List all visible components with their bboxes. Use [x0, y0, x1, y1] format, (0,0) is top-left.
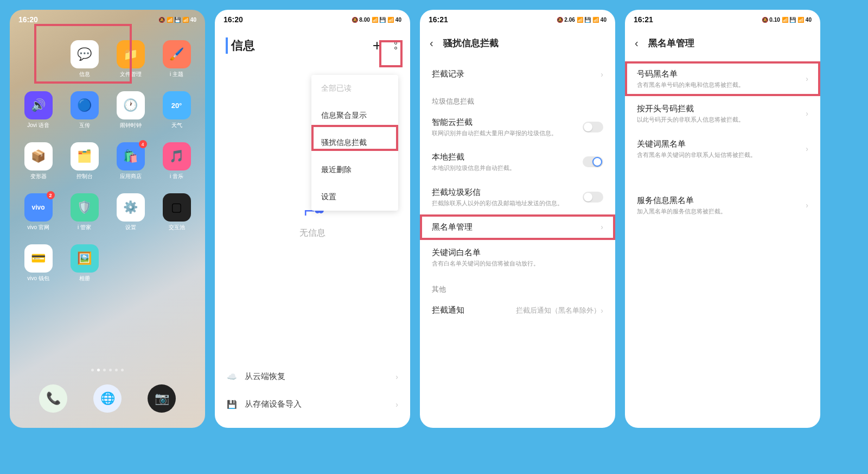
setting-拦截垃圾彩信[interactable]: 拦截垃圾彩信拦截除联系人以外的彩信及邮箱地址发送的信息。 [420, 180, 615, 214]
section-label: 其他 [420, 275, 615, 298]
setting-title: 服务信息黑名单 [637, 195, 806, 206]
time: 16:20 [18, 15, 38, 24]
messages-header: 信息 + [215, 29, 410, 62]
app-Jovi 语音[interactable]: 🔊Jovi 语音 [18, 91, 59, 137]
app-信息[interactable]: 💬信息 [64, 40, 105, 86]
bottom-actions: ☁️从云端恢复›💾从存储设备导入› [215, 363, 410, 418]
messages-title: 信息 [226, 37, 255, 54]
setting-智能云拦截[interactable]: 智能云拦截联网识别并自动拦截大量用户举报的垃圾信息。 [420, 110, 615, 144]
app-icon: 🛡️ [71, 193, 99, 222]
setting-本地拦截[interactable]: 本地拦截本地识别垃圾信息并自动拦截。 [420, 144, 615, 179]
menu-item-1[interactable]: 信息聚合显示 [311, 102, 398, 129]
status-icons: 🔕 2.06 📶 💾 📶 40 [557, 17, 607, 23]
page-title: 骚扰信息拦截 [443, 37, 499, 49]
app-交互池[interactable]: ▢交互池 [156, 193, 197, 239]
status-bar: 16:20 🔕 8.00 📶 💾 📶 40 [215, 10, 410, 29]
app-设置[interactable]: ⚙️设置 [110, 193, 151, 239]
setting-黑名单管理[interactable]: 黑名单管理› [420, 214, 615, 240]
back-icon[interactable]: ‹ [635, 37, 639, 49]
status-bar: 16:21 🔕 2.06 📶 💾 📶 40 [420, 10, 615, 29]
app-i 管家[interactable]: 🛡️i 管家 [64, 193, 105, 239]
chevron-icon: › [601, 223, 603, 231]
bottom-action[interactable]: ☁️从云端恢复› [215, 363, 410, 390]
setting-号码黑名单[interactable]: 号码黑名单含有黑名单号码的来电和信息将被拦截。› [625, 61, 820, 96]
app-icon: ▢ [163, 193, 191, 222]
home-screen: 16:20 🔕 📶 💾 📶 40 💬信息📁文件管理🖌️i 主题🔊Jovi 语音🔵… [10, 10, 205, 428]
app-grid: 💬信息📁文件管理🖌️i 主题🔊Jovi 语音🔵互传🕐闹钟时钟20°天气📦变形器🗂… [10, 29, 205, 366]
setting-subtitle: 含有白名单关键词的短信将被自动放行。 [432, 260, 603, 267]
app-icon: 🗂️ [71, 142, 99, 170]
more-icon[interactable] [392, 40, 399, 52]
setting-subtitle: 含有黑名单关键词的非联系人短信将被拦截。 [637, 151, 806, 159]
compose-icon[interactable]: + [373, 37, 381, 54]
app-icon: vivo2 [24, 193, 53, 222]
chevron-icon: › [601, 306, 603, 315]
app-icon: 🎵 [163, 142, 191, 170]
app-label: 互传 [79, 122, 90, 129]
setting-subtitle: 加入黑名单的服务信息将被拦截。 [637, 207, 806, 215]
status-icons: 🔕 0.10 📶 💾 📶 40 [762, 17, 812, 23]
menu-item-3[interactable]: 最近删除 [311, 156, 398, 184]
app-label: 控制台 [76, 173, 93, 180]
setting-title: 号码黑名单 [637, 69, 806, 79]
app-i 音乐[interactable]: 🎵i 音乐 [156, 142, 197, 188]
toggle[interactable] [583, 122, 603, 132]
app-变形器[interactable]: 📦变形器 [18, 142, 59, 188]
app-天气[interactable]: 20°天气 [156, 91, 197, 137]
badge: 2 [47, 191, 55, 199]
setting-subtitle: 含有黑名单号码的来电和信息将被拦截。 [637, 81, 806, 89]
app-vivo 官网[interactable]: vivo2vivo 官网 [18, 193, 59, 239]
app-应用商店[interactable]: 🛍️4应用商店 [110, 142, 151, 188]
time: 16:21 [634, 15, 653, 24]
phone-button[interactable]: 📞 [39, 384, 67, 413]
app-label: Jovi 语音 [27, 122, 49, 129]
overflow-menu: 全部已读信息聚合显示骚扰信息拦截最近删除设置 [311, 75, 398, 211]
app-icon: 💳 [24, 244, 53, 273]
status-icons: 🔕 📶 💾 📶 40 [158, 17, 196, 23]
bottom-action[interactable]: 💾从存储设备导入› [215, 390, 410, 418]
app-i 主题[interactable]: 🖌️i 主题 [156, 40, 197, 86]
toggle[interactable] [583, 192, 603, 203]
app-闹钟时钟[interactable]: 🕐闹钟时钟 [110, 91, 151, 137]
time: 16:20 [224, 15, 243, 24]
app-互传[interactable]: 🔵互传 [64, 91, 105, 137]
page-indicator [10, 366, 205, 374]
setting-关键词黑名单[interactable]: 关键词黑名单含有黑名单关键词的非联系人短信将被拦截。› [625, 131, 820, 166]
app-icon: 🛍️4 [117, 142, 145, 170]
app-label: 交互池 [169, 224, 185, 231]
app-label: 信息 [79, 71, 90, 78]
dock: 📞 🌐 📷 [10, 374, 205, 428]
app-控制台[interactable]: 🗂️控制台 [64, 142, 105, 188]
setting-title: 拦截垃圾彩信 [432, 187, 583, 198]
app-相册[interactable]: 🖼️相册 [64, 244, 105, 290]
app-label: 相册 [79, 275, 90, 282]
badge: 4 [139, 140, 147, 148]
page-title: 黑名单管理 [648, 37, 694, 49]
browser-button[interactable]: 🌐 [93, 384, 122, 413]
menu-item-4[interactable]: 设置 [311, 184, 398, 211]
app-label: 文件管理 [120, 71, 142, 78]
setting-title: 拦截记录 [432, 69, 601, 79]
setting-title: 关键词白名单 [432, 248, 603, 258]
back-icon[interactable]: ‹ [430, 37, 433, 49]
spam-block-screen: 16:21 🔕 2.06 📶 💾 📶 40 ‹ 骚扰信息拦截 拦截记录›垃圾信息… [420, 10, 615, 428]
setting-服务信息黑名单[interactable]: 服务信息黑名单加入黑名单的服务信息将被拦截。› [625, 188, 820, 223]
app-label: 设置 [125, 224, 136, 231]
setting-拦截通知[interactable]: 拦截通知拦截后通知（黑名单除外）› [420, 298, 615, 323]
setting-subtitle: 拦截除联系人以外的彩信及邮箱地址发送的信息。 [432, 199, 583, 207]
chevron-icon: › [806, 74, 808, 83]
app-vivo 钱包[interactable]: 💳vivo 钱包 [18, 244, 59, 290]
time: 16:21 [429, 15, 448, 24]
status-icons: 🔕 8.00 📶 💾 📶 40 [352, 17, 401, 23]
setting-按开头号码拦截[interactable]: 按开头号码拦截以此号码开头的非联系人信息将被拦截。› [625, 96, 820, 131]
settings-list: 号码黑名单含有黑名单号码的来电和信息将被拦截。›按开头号码拦截以此号码开头的非联… [625, 57, 820, 227]
setting-title: 本地拦截 [432, 152, 583, 162]
app-icon: 💬 [71, 40, 99, 68]
camera-button[interactable]: 📷 [148, 384, 176, 413]
toggle[interactable] [583, 156, 603, 167]
app-文件管理[interactable]: 📁文件管理 [110, 40, 151, 86]
menu-item-2[interactable]: 骚扰信息拦截 [311, 129, 398, 156]
setting-subtitle: 以此号码开头的非联系人信息将被拦截。 [637, 116, 806, 123]
app-label: 闹钟时钟 [120, 122, 142, 129]
setting-拦截记录[interactable]: 拦截记录› [420, 61, 615, 87]
